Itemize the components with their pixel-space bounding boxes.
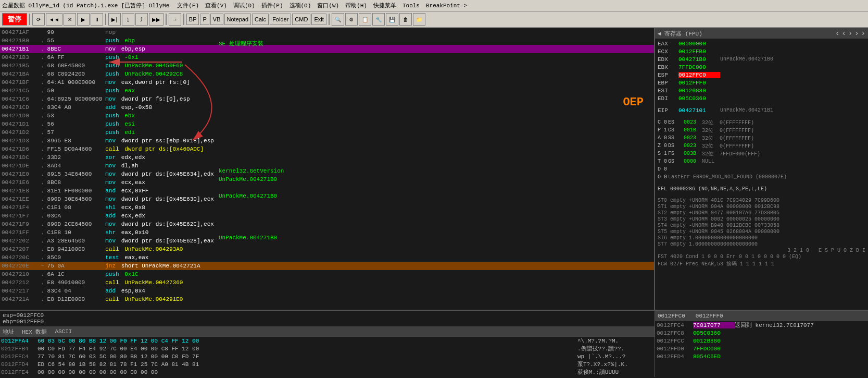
disasm-row[interactable]: 004271D6 . FF15 DC0A4600 call dword ptr … xyxy=(0,145,654,153)
disasm-row[interactable]: 004271CD . 83C4 A8 add esp,-0x58 xyxy=(0,103,654,112)
icon-btn-2[interactable]: ⚙ xyxy=(345,13,358,26)
disasm-row[interactable]: 0042720C . 85C0 test eax,eax xyxy=(0,253,654,262)
disasm-row[interactable]: 004271E0 . 8915 34E64500 mov dword ptr d… xyxy=(0,170,654,178)
nav-right3[interactable]: › xyxy=(861,29,865,38)
disasm-row[interactable]: 004271FF . C1E8 10 shr eax,0x10 xyxy=(0,228,654,237)
disasm-row[interactable]: 004271B5 . 68 60E45000 push UnPackMe.004… xyxy=(0,62,654,70)
stack-row[interactable]: 0012FFC8 005C0360 xyxy=(655,329,868,337)
disasm-row[interactable]: 004271D0 . 53 push ebx xyxy=(0,112,654,120)
folder-button[interactable]: Folder xyxy=(270,14,291,25)
notepad-button[interactable]: Notepad xyxy=(224,14,251,25)
stack-row[interactable]: 0012FFC4 7C817077 返回到 kernel32.7C817077 xyxy=(655,321,868,329)
disasm-row[interactable]: 004271DE . 8AD4 mov dl,ah xyxy=(0,162,654,170)
menu-debug[interactable]: 调试(D) xyxy=(231,1,258,10)
hex-row[interactable]: 0012FFE4 00 00 00 00 00 00 00 00 00 00 0… xyxy=(0,368,655,376)
icon-btn-6[interactable]: 🗑 xyxy=(399,13,412,26)
back-button[interactable]: ◄◄ xyxy=(46,13,62,26)
step-over-button[interactable]: ⤵ xyxy=(122,13,134,26)
hex-row[interactable]: 0012FFC4 77 70 81 7C 60 03 5C 00 80 B8 1… xyxy=(0,352,655,360)
disasm-row[interactable]: 00427212 . E8 49010000 call UnPackMe.004… xyxy=(0,278,654,287)
disasm-row[interactable]: 004271BA . 68 C8924200 push UnPackMe.004… xyxy=(0,70,654,78)
pause2-button[interactable]: ⏸ xyxy=(91,13,103,26)
hex-row[interactable]: 0012FFA4 60 03 5C 00 80 B8 12 00 F0 FF 1… xyxy=(0,337,655,345)
stack-row-val: 8054C6ED xyxy=(693,353,735,360)
icon-btn-4[interactable]: 🔧 xyxy=(372,13,385,26)
bp-button[interactable]: BP xyxy=(186,14,199,25)
hex-row[interactable]: 0012FFB4 00 C0 FD 77 F4 E4 92 7C 00 E4 0… xyxy=(0,345,655,352)
disasm-row[interactable]: 004271DC . 33D2 xor edx,edx xyxy=(0,153,654,162)
disasm-row[interactable]: 004271D2 . 57 push edi xyxy=(0,128,654,137)
disasm-row[interactable]: 004271BF . 64:A1 00000000 mov eax,dword … xyxy=(0,78,654,87)
menu-view[interactable]: 查看(V) xyxy=(203,1,230,10)
cmd-button[interactable]: CMD xyxy=(292,14,310,25)
disasm-row[interactable]: 004271E6 . 8BC8 mov ecx,eax xyxy=(0,178,654,187)
menu-window[interactable]: 窗口(W) xyxy=(315,1,342,10)
run-to-button[interactable]: ▶▶ xyxy=(149,13,163,26)
menu-file[interactable]: 文件(F) xyxy=(174,1,202,10)
disasm-row[interactable]: 0042720E ~ 75 0A jnz short UnPackMe.0042… xyxy=(0,262,654,270)
disasm-row[interactable]: 00427207 . E8 94210000 call UnPackMe.004… xyxy=(0,245,654,253)
stack-row[interactable]: 0012FFCC 0012B880 xyxy=(655,337,868,345)
icon-btn-1[interactable]: 🔍 xyxy=(332,13,344,26)
disasm-row[interactable]: 004271B0 . 55 push ebp xyxy=(0,36,654,45)
step-out-button[interactable]: ⤴ xyxy=(135,13,148,26)
menu-shortcut[interactable]: 快捷菜单 xyxy=(371,1,399,10)
menu-tools[interactable]: Tools xyxy=(400,2,422,10)
pause-button[interactable]: 暂停 xyxy=(2,13,27,26)
menu-plugin[interactable]: 插件(P) xyxy=(259,1,286,10)
disasm-dot xyxy=(39,28,46,36)
disasm-panel[interactable]: 004271AF 90 nop 004271B0 . 55 push ebp 0… xyxy=(0,28,655,310)
disasm-row[interactable]: 004271F7 . 03CA add ecx,edx xyxy=(0,212,654,220)
disasm-row[interactable]: 004271D3 . 8965 E8 mov dword ptr ss:[ebp… xyxy=(0,137,654,145)
flag-c-es: C 0 ES 0023 32位 0(FFFFFFFF) xyxy=(658,118,865,126)
restart-button[interactable]: ⟳ xyxy=(32,13,45,26)
nav-left1[interactable]: ‹ xyxy=(835,29,839,38)
disasm-row[interactable]: 004271C5 . 50 push eax xyxy=(0,87,654,95)
menu-help[interactable]: 帮助(H) xyxy=(343,1,370,10)
stack-row[interactable]: 0012FFD0 7FFDC000 xyxy=(655,345,868,352)
disasm-addr: 0042721A xyxy=(0,295,39,303)
close-button[interactable]: ✕ xyxy=(64,13,76,26)
menu-options[interactable]: 选项(O) xyxy=(287,1,314,10)
goto-button[interactable]: → xyxy=(169,13,181,26)
icon-btn-7[interactable]: 📁 xyxy=(413,13,425,26)
hex-row[interactable]: 0012FFD4 ED C6 54 80 1B 58 82 81 78 F1 2… xyxy=(0,360,655,368)
disasm-dot: . xyxy=(39,228,46,237)
nav-right1[interactable]: › xyxy=(848,29,852,38)
hex-row-ascii: wp |`.\.M?...? xyxy=(576,352,655,360)
disasm-dot: . xyxy=(39,78,46,87)
menu-breakpoint[interactable]: BreakPoint-> xyxy=(423,2,470,10)
nav-right2[interactable]: › xyxy=(854,29,859,38)
disasm-row[interactable]: 0042721A . E8 D12E0000 call UnPackMe.004… xyxy=(0,295,654,303)
hex-row-bytes: 60 03 5C 00 80 B8 12 00 F0 FF 12 00 C4 F… xyxy=(36,337,576,345)
reg-eax: EAX 00000000 xyxy=(658,40,865,47)
step-into-button[interactable]: ▶| xyxy=(108,13,121,26)
reg-esp: ESP 0012FFC0 xyxy=(658,71,865,79)
disasm-row[interactable]: 00427210 . 6A 1C push 0x1C xyxy=(0,270,654,278)
disasm-row[interactable]: 004271C6 . 64:8925 00000000 mov dword pt… xyxy=(0,95,654,103)
vb-button[interactable]: VB xyxy=(210,14,223,25)
disasm-row[interactable]: 004271B1 . 8BEC mov ebp,esp xyxy=(0,45,654,53)
disasm-row[interactable]: 00427217 . 83C4 04 add esp,0x4 xyxy=(0,287,654,295)
p-button[interactable]: P xyxy=(200,14,209,25)
calc-button[interactable]: Calc xyxy=(252,14,269,25)
disasm-row[interactable]: 004271D1 . 56 push esi xyxy=(0,120,654,128)
disasm-hex: 56 xyxy=(46,120,104,128)
disasm-row[interactable]: 004271AF 90 nop xyxy=(0,28,654,36)
disasm-row[interactable]: 004271F4 . C1E1 08 shl ecx,0x8 xyxy=(0,203,654,212)
disasm-row[interactable]: 004271F9 . 890D 2CE64500 mov dword ptr d… xyxy=(0,220,654,228)
play-button[interactable]: ▶ xyxy=(77,13,90,26)
disasm-dot: . xyxy=(39,295,46,303)
disasm-row[interactable]: 004271E8 . 81E1 FF000000 and ecx,0xFF xyxy=(0,187,654,195)
exit-button[interactable]: Exit xyxy=(311,14,326,25)
nav-left2[interactable]: ‹ xyxy=(841,29,846,38)
toolbar-sep-3 xyxy=(166,14,167,25)
disasm-row[interactable]: 004271EE . 890D 30E64500 mov dword ptr d… xyxy=(0,195,654,203)
hex-panel[interactable]: 地址 HEX 数据 ASCII 0012FFA4 60 03 5C 00 80 … xyxy=(0,326,655,377)
stack-row[interactable]: 0012FFD4 8054C6ED xyxy=(655,352,868,360)
disasm-row[interactable]: 004271B3 . 6A FF push -0x1 xyxy=(0,53,654,62)
icon-btn-5[interactable]: 💾 xyxy=(386,13,398,26)
disasm-mnemonic: mov dword ptr ds:[0x45E630],ecx xyxy=(104,195,654,203)
icon-btn-3[interactable]: 📋 xyxy=(359,13,371,26)
disasm-row[interactable]: 00427202 . A3 28E64500 mov dword ptr ds:… xyxy=(0,237,654,245)
